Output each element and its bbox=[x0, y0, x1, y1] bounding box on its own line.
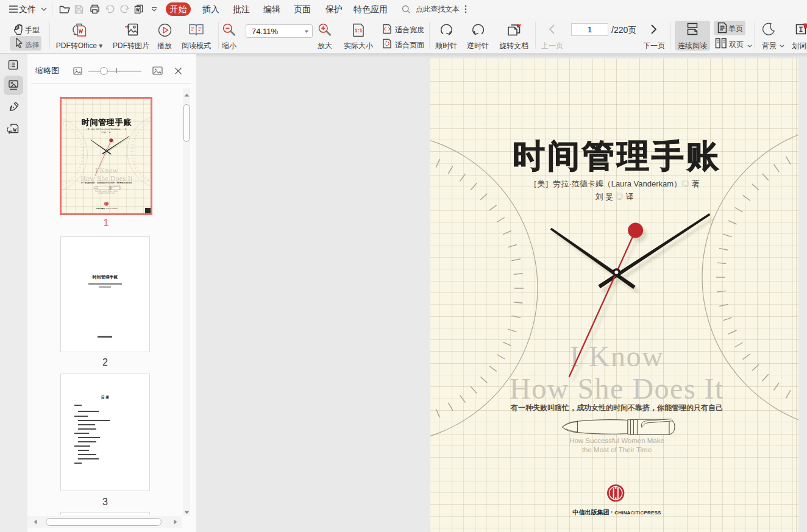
svg-text:1:1: 1:1 bbox=[355, 27, 363, 34]
